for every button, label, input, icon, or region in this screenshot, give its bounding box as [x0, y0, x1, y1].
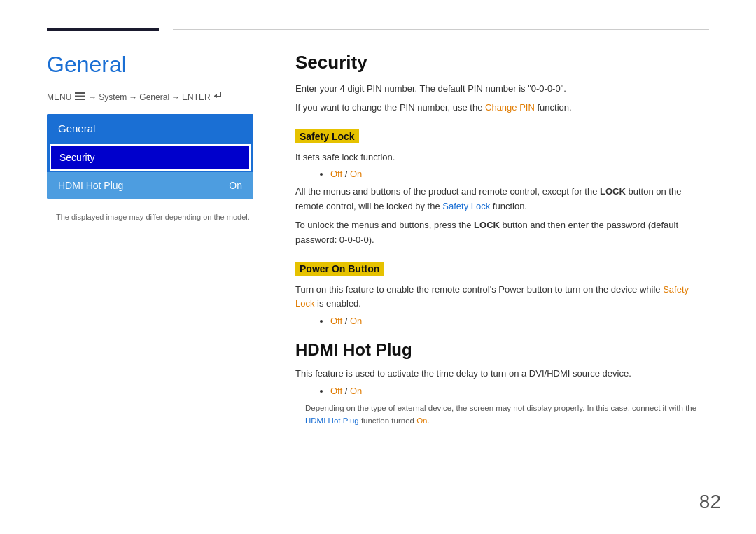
- content-wrapper: General MENU → System → General → ENTER: [0, 52, 756, 428]
- menu-label: MENU: [47, 92, 71, 102]
- safety-lock-title: Safety Lock: [295, 129, 359, 143]
- power-on-post: is enabled.: [314, 298, 361, 309]
- page-title: General: [47, 52, 253, 78]
- breadcrumb: MENU → System → General → ENTER: [47, 92, 253, 103]
- svg-rect-0: [75, 92, 85, 94]
- safety-lock-desc: It sets safe lock function.: [295, 150, 709, 165]
- hdmi-on-link: On: [416, 416, 427, 425]
- safety-lock-link: Safety Lock: [442, 201, 490, 211]
- power-off: Off: [330, 316, 342, 326]
- breadcrumb-arrow2: →: [129, 92, 137, 102]
- svg-rect-1: [75, 96, 85, 97]
- top-lines: [0, 28, 756, 31]
- left-note: The displayed image may differ depending…: [47, 213, 253, 221]
- safety-lock-on: On: [350, 169, 362, 179]
- power-on-desc: Turn on this feature to enable the remot…: [295, 283, 709, 312]
- lock-bold: LOCK: [600, 186, 626, 197]
- power-on-options-list: Off / On: [316, 316, 709, 326]
- top-line-right: [173, 29, 709, 30]
- hdmi-note-mid: function turned: [359, 416, 416, 425]
- hdmi-options-list: Off / On: [316, 386, 709, 396]
- body1-end: function.: [490, 201, 527, 211]
- safety-lock-off: Off: [330, 169, 342, 179]
- power-on: On: [350, 316, 362, 326]
- hdmi-note-pre: Depending on the type of external device…: [305, 404, 696, 412]
- change-pin-link[interactable]: Change PIN: [485, 102, 535, 113]
- top-line-left: [47, 28, 159, 31]
- safety-lock-options-list: Off / On: [316, 169, 709, 179]
- svg-rect-2: [75, 99, 85, 100]
- enter-icon: [214, 92, 224, 103]
- safety-lock-body2: To unlock the menus and buttons, press t…: [295, 218, 709, 248]
- power-on-title: Power On Button: [295, 262, 384, 276]
- hdmi-title: HDMI Hot Plug: [295, 340, 709, 360]
- nav-item-hdmi-value: On: [229, 180, 242, 191]
- nav-menu-header: General: [47, 114, 253, 143]
- hdmi-desc: This feature is used to activate the tim…: [295, 367, 709, 381]
- body2-pre: To unlock the menus and buttons, press t…: [295, 220, 474, 230]
- lock-bold2: LOCK: [474, 220, 500, 230]
- power-on-option: Off / On: [330, 316, 709, 326]
- breadcrumb-general: General: [139, 92, 169, 102]
- safety-lock-option: Off / On: [330, 169, 709, 179]
- nav-item-security[interactable]: Security: [50, 144, 251, 171]
- safety-lock-body1: All the menus and buttons of the product…: [295, 185, 709, 214]
- security-desc2-pre: If you want to change the PIN number, us…: [295, 102, 485, 113]
- right-panel: Security Enter your 4 digit PIN number. …: [295, 52, 709, 428]
- hdmi-on: On: [350, 386, 362, 396]
- power-on-pre: Turn on this feature to enable the remot…: [295, 284, 663, 295]
- hdmi-section: HDMI Hot Plug This feature is used to ac…: [295, 340, 709, 428]
- hdmi-note: Depending on the type of external device…: [295, 402, 709, 428]
- breadcrumb-enter: ENTER: [182, 92, 211, 102]
- body1-pre: All the menus and buttons of the product…: [295, 186, 600, 197]
- nav-item-hdmi[interactable]: HDMI Hot Plug On: [47, 172, 253, 199]
- svg-marker-5: [214, 94, 217, 98]
- left-panel: General MENU → System → General → ENTER: [47, 52, 253, 428]
- security-desc2-post: function.: [535, 102, 572, 113]
- nav-menu: General Security HDMI Hot Plug On: [47, 114, 253, 199]
- security-desc1: Enter your 4 digit PIN number. The defau…: [295, 82, 709, 97]
- nav-item-hdmi-label: HDMI Hot Plug: [58, 180, 123, 191]
- hdmi-note-end: .: [428, 416, 430, 425]
- page-number: 82: [699, 491, 721, 513]
- hdmi-off: Off: [330, 386, 342, 396]
- breadcrumb-arrow3: →: [172, 92, 180, 102]
- breadcrumb-system: System: [99, 92, 127, 102]
- breadcrumb-arrow1: →: [88, 92, 97, 102]
- hdmi-option: Off / On: [330, 386, 709, 396]
- menu-icon: [75, 92, 85, 102]
- security-title: Security: [295, 52, 709, 73]
- security-desc2: If you want to change the PIN number, us…: [295, 101, 709, 115]
- hdmi-hot-plug-link: HDMI Hot Plug: [305, 416, 359, 425]
